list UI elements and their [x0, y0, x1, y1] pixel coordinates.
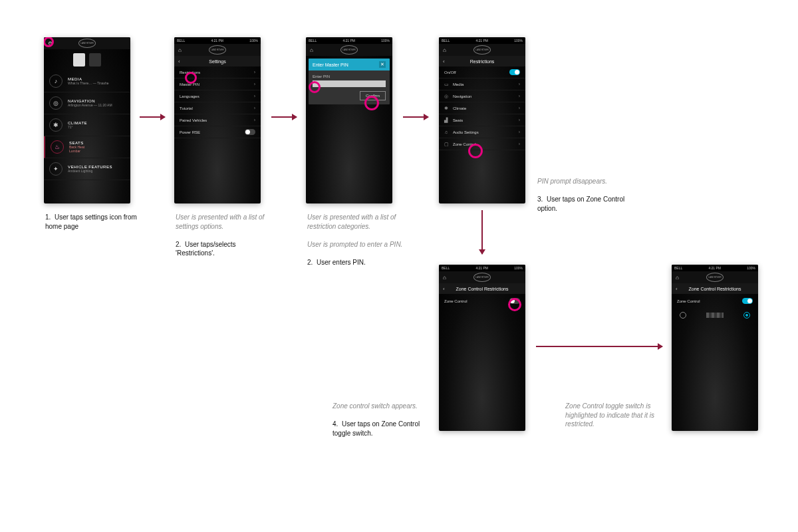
restrictions-row-seats[interactable]: ▟Seats›: [439, 114, 525, 126]
pin-dialog-title: Enter Master PIN: [313, 63, 348, 67]
flow-arrow: [536, 346, 662, 347]
zone-option-row[interactable]: [672, 308, 758, 323]
brand-logo: LAND ROVER: [340, 45, 358, 55]
seats-icon: ▟: [444, 118, 450, 123]
back-icon[interactable]: ‹: [443, 59, 445, 65]
brand-logo: LAND ROVER: [209, 45, 226, 55]
home-icon[interactable]: ⌂: [178, 47, 182, 53]
caption-step-4: PIN prompt disappears. 3. User taps on Z…: [537, 177, 634, 213]
audio-icon: ♫: [444, 130, 450, 134]
radio-off[interactable]: [680, 312, 686, 319]
home-item-vehicle[interactable]: ✦ VEHICLE FEATURES Ambient Lighting: [44, 158, 130, 180]
music-icon: ♪: [49, 74, 63, 88]
restrictions-row-media[interactable]: ▭Media›: [439, 78, 525, 90]
chevron-right-icon: ›: [254, 70, 255, 74]
flow-arrow: [140, 116, 165, 118]
toggle-restrictions[interactable]: [509, 69, 520, 75]
status-bar: BELL 4:21 PM 100%: [174, 37, 261, 44]
home-item-sub: What Is There… — Tinashe: [68, 81, 125, 85]
home-item-media[interactable]: ♪ MEDIA What Is There… — Tinashe: [44, 70, 130, 92]
seat-tab-front[interactable]: [73, 53, 85, 66]
home-item-climate[interactable]: ✱ CLIMATE 71°: [44, 114, 130, 136]
settings-gear-icon[interactable]: ⚙: [48, 41, 53, 47]
screen-title: ‹ Zone Control Restrictions: [672, 283, 758, 294]
screen-settings: BELL 4:21 PM 100% ⌂ LAND ROVER ‹ Setting…: [174, 37, 261, 203]
caption-step-1: 1. User taps settings icon from home pag…: [45, 213, 142, 231]
brand-bar: ⌂ LAND ROVER: [174, 44, 261, 56]
status-bar: BELL 4:21 PM 100%: [672, 265, 758, 271]
caption-step-3: User is presented with a list of restric…: [307, 213, 404, 267]
brand-bar: ⌂ LAND ROVER: [439, 271, 525, 283]
status-bar: BELL 4:21 PM 100%: [306, 37, 392, 44]
home-icon[interactable]: ⌂: [443, 275, 446, 281]
zone-icon: ▢: [444, 142, 450, 147]
home-item-nav[interactable]: ◎ NAVIGATION Arlington Avenue — 11:20 AM: [44, 92, 130, 114]
media-icon: ▭: [444, 82, 450, 87]
settings-row-tutorial[interactable]: Tutorial›: [174, 102, 261, 114]
back-icon[interactable]: ‹: [178, 59, 180, 65]
radio-on[interactable]: [743, 312, 750, 319]
screen-title: ‹ Restrictions: [439, 56, 525, 66]
screen-title: ‹ Settings: [174, 56, 261, 66]
brand-bar: ⚙ LAND ROVER: [44, 37, 130, 49]
status-bar: BELL 4:21 PM 100%: [439, 37, 525, 44]
screen-title: ‹ Zone Control Restrictions: [439, 283, 525, 294]
settings-row-masterpin[interactable]: Master PIN›: [174, 78, 261, 90]
flow-arrow: [271, 116, 297, 118]
brand-bar: ⌂ LAND ROVER: [306, 44, 392, 56]
nav-icon: ◎: [444, 94, 450, 99]
brand-logo: LAND ROVER: [706, 273, 724, 282]
settings-row-restrictions[interactable]: Restrictions›: [174, 66, 261, 78]
screen-home: ⚙ LAND ROVER ♪ MEDIA What Is There… — Ti…: [44, 37, 130, 203]
flow-arrow: [403, 116, 428, 118]
pin-field-label: Enter PIN: [313, 74, 386, 78]
restrictions-row-audio[interactable]: ♫Audio Settings›: [439, 126, 525, 138]
toggle-zone-control[interactable]: [509, 298, 520, 304]
option-image: [706, 313, 724, 318]
home-icon[interactable]: ⌂: [676, 275, 679, 281]
zone-control-row[interactable]: Zone Control: [672, 294, 758, 308]
brand-logo: LAND ROVER: [78, 39, 96, 48]
flow-arrow: [481, 210, 483, 254]
brand-logo: LAND ROVER: [473, 273, 491, 282]
fan-icon: ✱: [49, 118, 63, 132]
confirm-button[interactable]: Confirm: [360, 91, 386, 100]
screen-zone-off: BELL 4:21 PM 100% ⌂ LAND ROVER ‹ Zone Co…: [439, 265, 525, 431]
seat-icon: ♨: [51, 140, 64, 154]
toggle-zone-control[interactable]: [742, 298, 753, 304]
restrictions-onoff[interactable]: On/Off: [439, 66, 525, 78]
caption-step-2: User is presented with a list of setting…: [176, 213, 272, 258]
seat-tabs: [44, 49, 130, 70]
brand-bar: ⌂ LAND ROVER: [439, 44, 525, 56]
settings-row-languages[interactable]: Languages›: [174, 90, 261, 102]
caption-step-6: Zone Control toggle switch is highlighte…: [565, 402, 665, 429]
home-item-seats[interactable]: ♨ SEATS Back Heat Lumbar: [44, 136, 130, 158]
climate-icon: ✱: [444, 106, 450, 111]
settings-row-paired[interactable]: Paired Vehicles›: [174, 114, 261, 126]
restrictions-row-climate[interactable]: ✱Climate›: [439, 102, 525, 114]
brand-bar: ⌂ LAND ROVER: [672, 271, 758, 283]
compass-icon: ◎: [49, 96, 63, 110]
caption-step-5: Zone control switch appears. 4. User tap…: [332, 402, 432, 438]
settings-row-powerrse[interactable]: Power RSE: [174, 126, 261, 138]
brand-logo: LAND ROVER: [473, 45, 491, 55]
restrictions-row-nav[interactable]: ◎Navigation›: [439, 90, 525, 102]
home-icon[interactable]: ⌂: [443, 47, 446, 53]
pin-input[interactable]: [313, 80, 386, 87]
screen-zone-on: BELL 4:21 PM 100% ⌂ LAND ROVER ‹ Zone Co…: [672, 265, 758, 431]
light-icon: ✦: [49, 162, 63, 176]
status-bar: BELL 4:21 PM 100%: [439, 265, 525, 271]
home-icon[interactable]: ⌂: [310, 47, 313, 53]
zone-control-row[interactable]: Zone Control: [439, 294, 525, 308]
toggle-power-rse[interactable]: [245, 129, 255, 135]
back-icon[interactable]: ‹: [443, 286, 445, 292]
screen-pin: BELL 4:21 PM 100% ⌂ LAND ROVER Enter Mas…: [306, 37, 392, 203]
close-icon[interactable]: ✕: [379, 61, 386, 68]
screen-restrictions: BELL 4:21 PM 100% ⌂ LAND ROVER ‹ Restric…: [439, 37, 525, 203]
restrictions-row-zone[interactable]: ▢Zone Control›: [439, 138, 525, 150]
back-icon[interactable]: ‹: [676, 286, 678, 292]
pin-dialog: Enter Master PIN ✕ Enter PIN Confirm: [309, 59, 390, 104]
seat-tab-rear[interactable]: [89, 53, 101, 66]
